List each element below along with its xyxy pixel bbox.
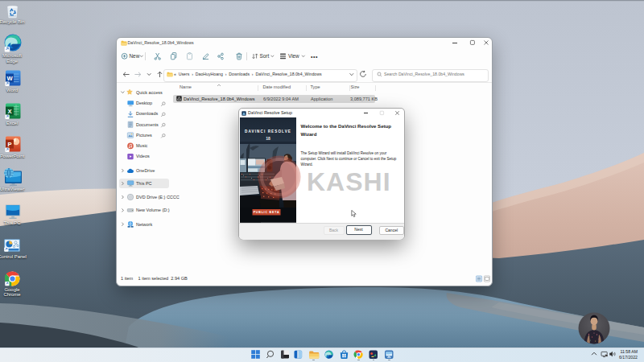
svg-text:X: X xyxy=(7,108,11,115)
svg-text:18: 18 xyxy=(266,136,270,141)
svg-text:KASHI: KASHI xyxy=(307,167,391,196)
svg-text:New: New xyxy=(130,53,140,59)
svg-text:DAVINCI RESOLVE: DAVINCI RESOLVE xyxy=(245,130,291,134)
svg-text:W: W xyxy=(6,75,13,82)
svg-text:View: View xyxy=(288,53,299,59)
svg-text:PUBLIC BETA: PUBLIC BETA xyxy=(254,211,280,214)
svg-text:Sort: Sort xyxy=(260,53,270,59)
svg-text:P: P xyxy=(7,141,11,148)
